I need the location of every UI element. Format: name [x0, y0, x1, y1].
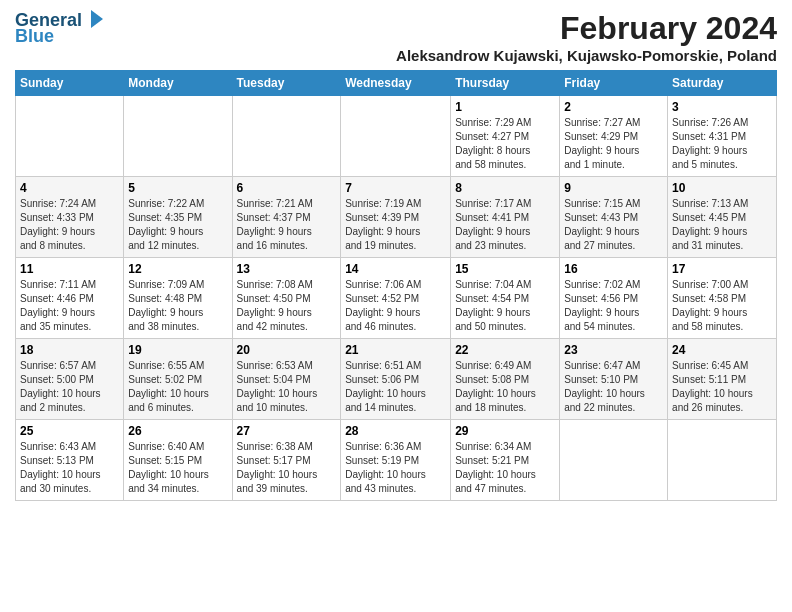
- title-section: February 2024 Aleksandrow Kujawski, Kuja…: [396, 10, 777, 64]
- column-header-thursday: Thursday: [451, 71, 560, 96]
- day-number: 18: [20, 343, 119, 357]
- calendar-cell: 16Sunrise: 7:02 AM Sunset: 4:56 PM Dayli…: [560, 258, 668, 339]
- day-number: 22: [455, 343, 555, 357]
- day-number: 7: [345, 181, 446, 195]
- day-number: 19: [128, 343, 227, 357]
- calendar-cell: 14Sunrise: 7:06 AM Sunset: 4:52 PM Dayli…: [341, 258, 451, 339]
- calendar-header: SundayMondayTuesdayWednesdayThursdayFrid…: [16, 71, 777, 96]
- calendar-body: 1Sunrise: 7:29 AM Sunset: 4:27 PM Daylig…: [16, 96, 777, 501]
- day-info: Sunrise: 6:45 AM Sunset: 5:11 PM Dayligh…: [672, 359, 772, 415]
- day-info: Sunrise: 7:15 AM Sunset: 4:43 PM Dayligh…: [564, 197, 663, 253]
- day-number: 26: [128, 424, 227, 438]
- day-info: Sunrise: 7:19 AM Sunset: 4:39 PM Dayligh…: [345, 197, 446, 253]
- week-row-4: 18Sunrise: 6:57 AM Sunset: 5:00 PM Dayli…: [16, 339, 777, 420]
- day-info: Sunrise: 6:55 AM Sunset: 5:02 PM Dayligh…: [128, 359, 227, 415]
- main-title: February 2024: [396, 10, 777, 47]
- calendar-cell: [16, 96, 124, 177]
- day-info: Sunrise: 7:00 AM Sunset: 4:58 PM Dayligh…: [672, 278, 772, 334]
- day-info: Sunrise: 7:08 AM Sunset: 4:50 PM Dayligh…: [237, 278, 337, 334]
- calendar-cell: 25Sunrise: 6:43 AM Sunset: 5:13 PM Dayli…: [16, 420, 124, 501]
- day-number: 9: [564, 181, 663, 195]
- calendar-table: SundayMondayTuesdayWednesdayThursdayFrid…: [15, 70, 777, 501]
- day-number: 8: [455, 181, 555, 195]
- day-info: Sunrise: 6:51 AM Sunset: 5:06 PM Dayligh…: [345, 359, 446, 415]
- day-number: 14: [345, 262, 446, 276]
- calendar-cell: [124, 96, 232, 177]
- calendar-cell: 24Sunrise: 6:45 AM Sunset: 5:11 PM Dayli…: [668, 339, 777, 420]
- week-row-5: 25Sunrise: 6:43 AM Sunset: 5:13 PM Dayli…: [16, 420, 777, 501]
- day-info: Sunrise: 7:11 AM Sunset: 4:46 PM Dayligh…: [20, 278, 119, 334]
- day-number: 10: [672, 181, 772, 195]
- day-number: 21: [345, 343, 446, 357]
- calendar-cell: 27Sunrise: 6:38 AM Sunset: 5:17 PM Dayli…: [232, 420, 341, 501]
- day-number: 24: [672, 343, 772, 357]
- calendar-cell: 11Sunrise: 7:11 AM Sunset: 4:46 PM Dayli…: [16, 258, 124, 339]
- calendar-cell: 29Sunrise: 6:34 AM Sunset: 5:21 PM Dayli…: [451, 420, 560, 501]
- day-info: Sunrise: 6:40 AM Sunset: 5:15 PM Dayligh…: [128, 440, 227, 496]
- calendar-cell: 3Sunrise: 7:26 AM Sunset: 4:31 PM Daylig…: [668, 96, 777, 177]
- day-info: Sunrise: 7:26 AM Sunset: 4:31 PM Dayligh…: [672, 116, 772, 172]
- day-info: Sunrise: 7:22 AM Sunset: 4:35 PM Dayligh…: [128, 197, 227, 253]
- day-number: 5: [128, 181, 227, 195]
- calendar-cell: [560, 420, 668, 501]
- day-number: 13: [237, 262, 337, 276]
- calendar-cell: 21Sunrise: 6:51 AM Sunset: 5:06 PM Dayli…: [341, 339, 451, 420]
- column-header-sunday: Sunday: [16, 71, 124, 96]
- column-header-tuesday: Tuesday: [232, 71, 341, 96]
- calendar-cell: 23Sunrise: 6:47 AM Sunset: 5:10 PM Dayli…: [560, 339, 668, 420]
- day-number: 20: [237, 343, 337, 357]
- calendar-cell: [341, 96, 451, 177]
- calendar-cell: 26Sunrise: 6:40 AM Sunset: 5:15 PM Dayli…: [124, 420, 232, 501]
- day-info: Sunrise: 6:43 AM Sunset: 5:13 PM Dayligh…: [20, 440, 119, 496]
- day-number: 6: [237, 181, 337, 195]
- calendar-cell: 2Sunrise: 7:27 AM Sunset: 4:29 PM Daylig…: [560, 96, 668, 177]
- day-info: Sunrise: 7:27 AM Sunset: 4:29 PM Dayligh…: [564, 116, 663, 172]
- week-row-3: 11Sunrise: 7:11 AM Sunset: 4:46 PM Dayli…: [16, 258, 777, 339]
- day-info: Sunrise: 7:21 AM Sunset: 4:37 PM Dayligh…: [237, 197, 337, 253]
- subtitle: Aleksandrow Kujawski, Kujawsko-Pomorskie…: [396, 47, 777, 64]
- column-header-monday: Monday: [124, 71, 232, 96]
- calendar-cell: 5Sunrise: 7:22 AM Sunset: 4:35 PM Daylig…: [124, 177, 232, 258]
- day-info: Sunrise: 6:49 AM Sunset: 5:08 PM Dayligh…: [455, 359, 555, 415]
- day-info: Sunrise: 6:36 AM Sunset: 5:19 PM Dayligh…: [345, 440, 446, 496]
- day-number: 27: [237, 424, 337, 438]
- day-number: 3: [672, 100, 772, 114]
- day-info: Sunrise: 7:04 AM Sunset: 4:54 PM Dayligh…: [455, 278, 555, 334]
- day-number: 17: [672, 262, 772, 276]
- calendar-cell: 6Sunrise: 7:21 AM Sunset: 4:37 PM Daylig…: [232, 177, 341, 258]
- calendar-cell: 28Sunrise: 6:36 AM Sunset: 5:19 PM Dayli…: [341, 420, 451, 501]
- column-header-friday: Friday: [560, 71, 668, 96]
- logo-icon: [83, 8, 105, 30]
- calendar-cell: 13Sunrise: 7:08 AM Sunset: 4:50 PM Dayli…: [232, 258, 341, 339]
- day-info: Sunrise: 6:47 AM Sunset: 5:10 PM Dayligh…: [564, 359, 663, 415]
- day-number: 16: [564, 262, 663, 276]
- day-info: Sunrise: 6:57 AM Sunset: 5:00 PM Dayligh…: [20, 359, 119, 415]
- day-info: Sunrise: 6:38 AM Sunset: 5:17 PM Dayligh…: [237, 440, 337, 496]
- day-number: 29: [455, 424, 555, 438]
- calendar-cell: 10Sunrise: 7:13 AM Sunset: 4:45 PM Dayli…: [668, 177, 777, 258]
- day-info: Sunrise: 7:06 AM Sunset: 4:52 PM Dayligh…: [345, 278, 446, 334]
- svg-marker-0: [91, 10, 103, 28]
- calendar-cell: 7Sunrise: 7:19 AM Sunset: 4:39 PM Daylig…: [341, 177, 451, 258]
- calendar-cell: 12Sunrise: 7:09 AM Sunset: 4:48 PM Dayli…: [124, 258, 232, 339]
- day-info: Sunrise: 7:24 AM Sunset: 4:33 PM Dayligh…: [20, 197, 119, 253]
- day-number: 4: [20, 181, 119, 195]
- calendar-cell: 8Sunrise: 7:17 AM Sunset: 4:41 PM Daylig…: [451, 177, 560, 258]
- day-number: 15: [455, 262, 555, 276]
- week-row-1: 1Sunrise: 7:29 AM Sunset: 4:27 PM Daylig…: [16, 96, 777, 177]
- calendar-cell: [668, 420, 777, 501]
- day-info: Sunrise: 7:29 AM Sunset: 4:27 PM Dayligh…: [455, 116, 555, 172]
- day-number: 11: [20, 262, 119, 276]
- calendar-cell: 19Sunrise: 6:55 AM Sunset: 5:02 PM Dayli…: [124, 339, 232, 420]
- day-number: 23: [564, 343, 663, 357]
- calendar-cell: 15Sunrise: 7:04 AM Sunset: 4:54 PM Dayli…: [451, 258, 560, 339]
- day-info: Sunrise: 7:17 AM Sunset: 4:41 PM Dayligh…: [455, 197, 555, 253]
- day-number: 25: [20, 424, 119, 438]
- day-info: Sunrise: 7:09 AM Sunset: 4:48 PM Dayligh…: [128, 278, 227, 334]
- calendar-cell: [232, 96, 341, 177]
- column-header-wednesday: Wednesday: [341, 71, 451, 96]
- day-number: 2: [564, 100, 663, 114]
- calendar-cell: 9Sunrise: 7:15 AM Sunset: 4:43 PM Daylig…: [560, 177, 668, 258]
- column-header-saturday: Saturday: [668, 71, 777, 96]
- calendar-cell: 17Sunrise: 7:00 AM Sunset: 4:58 PM Dayli…: [668, 258, 777, 339]
